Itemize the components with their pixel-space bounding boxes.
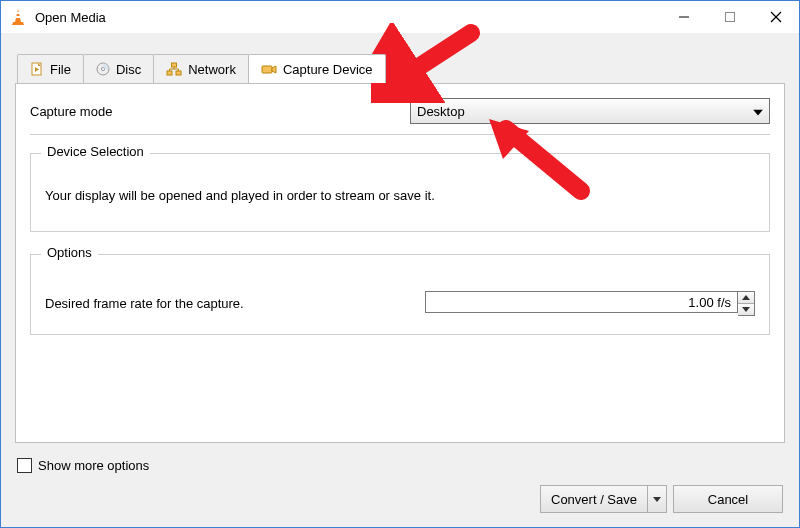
tab-label: Network — [188, 62, 236, 77]
svg-marker-24 — [742, 307, 750, 312]
svg-rect-1 — [16, 12, 20, 14]
separator — [30, 134, 770, 135]
tab-disc[interactable]: Disc — [83, 54, 154, 83]
capture-device-icon — [261, 62, 277, 76]
minimize-button[interactable] — [661, 1, 707, 33]
svg-rect-20 — [262, 66, 272, 73]
convert-save-button[interactable]: Convert / Save — [540, 485, 667, 513]
svg-rect-15 — [172, 63, 177, 67]
capture-mode-value: Desktop — [417, 104, 465, 119]
frame-rate-input[interactable] — [425, 291, 738, 313]
capture-device-panel: Capture mode Desktop Device Selection Yo… — [15, 83, 785, 443]
close-button[interactable] — [753, 1, 799, 33]
svg-marker-22 — [753, 110, 763, 116]
chevron-down-icon — [753, 104, 763, 119]
frame-rate-spinner[interactable] — [425, 291, 755, 316]
network-icon — [166, 62, 182, 76]
convert-save-label: Convert / Save — [541, 486, 647, 512]
open-media-window: Open Media File Disc — [0, 0, 800, 528]
options-legend: Options — [41, 245, 98, 260]
spinner-up-button[interactable] — [738, 292, 754, 304]
cancel-button[interactable]: Cancel — [673, 485, 783, 513]
svg-rect-13 — [167, 71, 172, 75]
tab-network[interactable]: Network — [153, 54, 249, 83]
tab-capture-device[interactable]: Capture Device — [248, 54, 386, 83]
svg-rect-2 — [15, 16, 21, 18]
vlc-cone-icon — [9, 8, 27, 26]
frame-rate-label: Desired frame rate for the capture. — [45, 296, 425, 311]
svg-marker-25 — [653, 497, 661, 502]
svg-marker-3 — [12, 22, 24, 25]
capture-mode-dropdown[interactable]: Desktop — [410, 98, 770, 124]
device-selection-text: Your display will be opened and played i… — [45, 188, 755, 203]
tab-label: File — [50, 62, 71, 77]
svg-marker-21 — [272, 66, 276, 73]
spinner-buttons — [738, 291, 755, 316]
device-selection-legend: Device Selection — [41, 144, 150, 159]
dialog-body: File Disc Network Capture Device — [1, 33, 799, 527]
svg-marker-0 — [15, 9, 21, 22]
options-group: Options Desired frame rate for the captu… — [30, 254, 770, 335]
show-more-options[interactable]: Show more options — [17, 458, 149, 473]
maximize-button[interactable] — [707, 1, 753, 33]
show-more-label: Show more options — [38, 458, 149, 473]
cancel-label: Cancel — [708, 492, 748, 507]
device-selection-group: Device Selection Your display will be op… — [30, 153, 770, 232]
disc-icon — [96, 62, 110, 76]
dialog-footer: Convert / Save Cancel — [540, 485, 783, 513]
capture-mode-row: Capture mode Desktop — [30, 98, 770, 124]
tab-file[interactable]: File — [17, 54, 84, 83]
svg-marker-23 — [742, 295, 750, 300]
convert-save-dropdown[interactable] — [647, 486, 666, 512]
capture-mode-label: Capture mode — [30, 104, 410, 119]
spinner-down-button[interactable] — [738, 304, 754, 315]
show-more-checkbox[interactable] — [17, 458, 32, 473]
tab-label: Disc — [116, 62, 141, 77]
titlebar: Open Media — [1, 1, 799, 34]
svg-rect-14 — [176, 71, 181, 75]
tab-strip: File Disc Network Capture Device — [1, 33, 799, 83]
window-title: Open Media — [35, 10, 106, 25]
tab-label: Capture Device — [283, 62, 373, 77]
file-icon — [30, 62, 44, 76]
svg-rect-5 — [726, 13, 735, 22]
